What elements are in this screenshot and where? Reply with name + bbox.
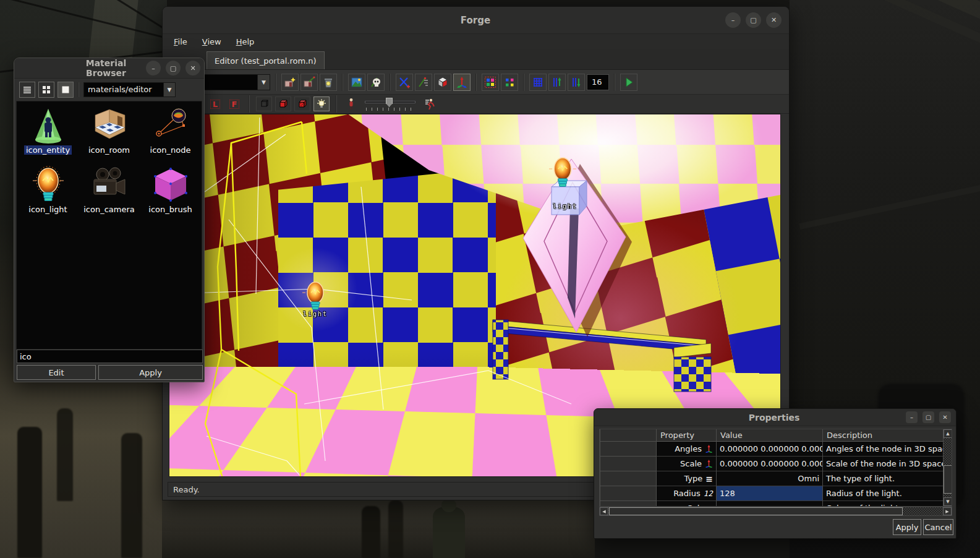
player-view-button[interactable]	[343, 97, 359, 111]
edit-room-button[interactable]	[300, 74, 318, 91]
solid-mode-button[interactable]	[275, 97, 291, 111]
close-button[interactable]: ✕	[766, 12, 782, 28]
grid-increase-button[interactable]	[548, 74, 566, 91]
lightbulb-icon	[316, 98, 327, 109]
lighting-mode-button[interactable]	[313, 97, 330, 111]
apply-button[interactable]: Apply	[893, 519, 921, 535]
new-room-button[interactable]	[281, 74, 299, 91]
freeze-toggle[interactable]: F	[226, 97, 242, 111]
material-filter-input[interactable]	[17, 350, 203, 363]
scroll-left-button[interactable]: ◀	[600, 507, 608, 515]
cancel-button[interactable]: Cancel	[923, 519, 953, 535]
slider-thumb[interactable]	[386, 98, 393, 107]
property-name[interactable]: Scale	[657, 457, 717, 471]
solid-cube-icon	[278, 98, 289, 109]
move-tool-button[interactable]	[453, 74, 471, 91]
property-value[interactable]: 0.000000 0.000000 0.000000	[717, 442, 823, 457]
material-tile-light[interactable]: icon_light	[18, 166, 78, 225]
scrollbar-thumb[interactable]	[944, 465, 952, 494]
maximize-button[interactable]: ▢	[166, 61, 181, 75]
texture-browser-button[interactable]	[348, 74, 365, 91]
grid-decrease-button[interactable]	[568, 74, 585, 91]
property-value[interactable]: 0.000000 0.000000 0.000000	[717, 457, 823, 471]
tab-editor[interactable]: Editor (test_portal.rom.n)	[207, 51, 325, 69]
maximize-button[interactable]: ▢	[746, 12, 761, 28]
row-gutter	[600, 501, 657, 507]
menu-view[interactable]: View	[196, 36, 228, 48]
material-tile-node[interactable]: icon_node	[140, 106, 200, 166]
light-entity-label[interactable]: light	[303, 311, 328, 317]
entity-browser-button[interactable]	[367, 74, 385, 91]
property-value[interactable]	[717, 501, 823, 507]
toolbar-separator	[523, 74, 524, 91]
scrollbar-thumb[interactable]	[609, 507, 903, 515]
run-map-button[interactable]	[620, 74, 637, 91]
maximize-button[interactable]: ▢	[922, 411, 934, 423]
material-tile-room[interactable]: icon_room	[79, 106, 139, 166]
hollow-tool-button[interactable]	[434, 74, 451, 91]
textured-mode-button[interactable]	[294, 97, 310, 111]
material-path-value: materials/editor	[84, 83, 163, 97]
material-browser-titlebar[interactable]: Material Browser – ▢ ✕	[14, 58, 204, 79]
texture-icon	[351, 76, 363, 88]
textured-selection-icon	[484, 76, 496, 88]
clip-tool-button[interactable]	[396, 74, 413, 91]
camera-icon	[90, 166, 129, 204]
light-entity-label[interactable]: light	[553, 203, 577, 210]
new-room-icon	[284, 76, 296, 88]
column-header-description[interactable]: Description	[823, 429, 944, 442]
horizontal-scrollbar[interactable]: ◀ ▶	[599, 507, 952, 516]
brush-icon	[151, 166, 190, 204]
minimize-button[interactable]: –	[725, 12, 741, 28]
properties-titlebar[interactable]: Properties – ▢ ✕	[594, 409, 956, 426]
scroll-down-button[interactable]: ▼	[944, 497, 952, 506]
menu-help[interactable]: Help	[230, 36, 261, 48]
column-header-property[interactable]: Property	[657, 429, 717, 442]
desktop-statue	[362, 506, 380, 558]
edit-button[interactable]: Edit	[17, 365, 96, 380]
property-name[interactable]: Colour	[657, 501, 717, 507]
forge-titlebar[interactable]: Forge – ▢ ✕	[163, 7, 789, 34]
apply-button[interactable]: Apply	[98, 365, 203, 380]
column-header-value[interactable]: Value	[717, 429, 823, 442]
material-browser-window: Material Browser – ▢ ✕ materials/editor …	[14, 58, 205, 382]
wireframe-mode-button[interactable]	[256, 97, 272, 111]
scroll-up-button[interactable]: ▲	[944, 429, 952, 438]
property-value[interactable]: Omni	[717, 471, 823, 486]
axes-icon	[705, 460, 713, 468]
properties-window: Properties – ▢ ✕ Property Value Descript…	[594, 408, 957, 539]
material-tile-camera[interactable]: icon_camera	[79, 166, 139, 225]
property-name[interactable]: Radius12	[657, 486, 717, 501]
grid-size-input[interactable]	[587, 74, 609, 90]
enum-icon: ≡	[705, 474, 713, 483]
close-button[interactable]: ✕	[939, 411, 951, 423]
material-tile-entity[interactable]: icon_entity	[18, 106, 78, 166]
tab-bar: Editor (test_portal.rom.n)	[163, 49, 789, 70]
list-view-button[interactable]	[19, 82, 35, 98]
lock-toggle[interactable]: L	[207, 97, 223, 111]
minimize-button[interactable]: –	[906, 411, 918, 423]
select-textured-button[interactable]	[482, 74, 499, 91]
scroll-right-button[interactable]: ▶	[943, 507, 952, 515]
vertical-scrollbar[interactable]: ▲ ▼	[943, 429, 952, 506]
property-name[interactable]: Angles	[657, 442, 717, 457]
menu-file[interactable]: File	[168, 36, 194, 48]
large-icon-view-icon	[61, 85, 70, 95]
property-value-selected[interactable]: 128	[717, 486, 823, 501]
run-mode-button[interactable]	[421, 97, 437, 111]
speed-slider[interactable]	[365, 97, 415, 111]
property-name[interactable]: Type≡	[657, 471, 717, 486]
select-flat-button[interactable]	[501, 74, 518, 91]
large-icons-view-button[interactable]	[58, 82, 74, 98]
snap-tool-button[interactable]	[415, 74, 432, 91]
material-path-dropdown[interactable]: materials/editor ▼	[83, 82, 176, 97]
material-label: icon_room	[87, 145, 132, 155]
delete-button[interactable]	[320, 74, 337, 91]
material-tile-brush[interactable]: icon_brush	[140, 166, 200, 225]
close-button[interactable]: ✕	[185, 61, 200, 75]
small-icons-view-button[interactable]	[38, 82, 54, 98]
chevron-down-icon[interactable]: ▼	[257, 75, 270, 90]
chevron-down-icon[interactable]: ▼	[163, 83, 175, 97]
toggle-grid-button[interactable]	[529, 74, 547, 91]
minimize-button[interactable]: –	[146, 61, 161, 75]
